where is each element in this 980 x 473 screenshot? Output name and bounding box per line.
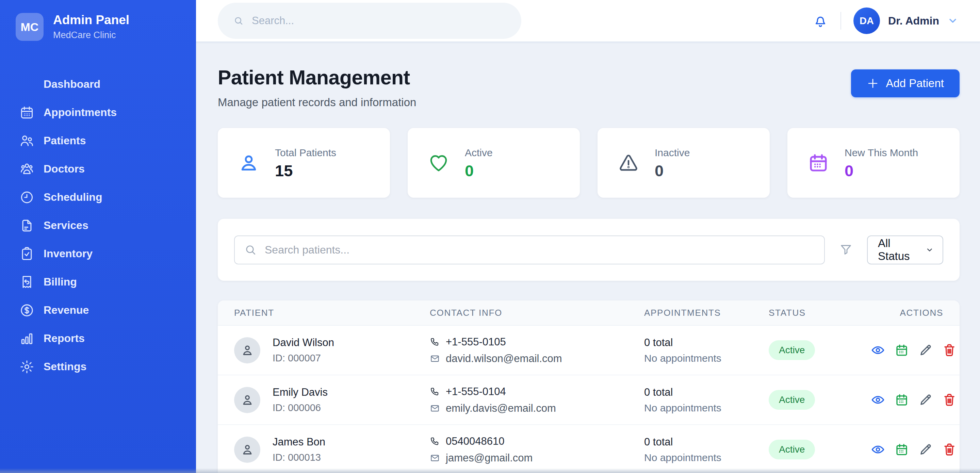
- document-icon: [19, 218, 35, 233]
- sidebar-item-label: Settings: [43, 360, 86, 373]
- sidebar-item-patients[interactable]: Patients: [0, 127, 196, 155]
- sidebar-item-label: Inventory: [43, 247, 92, 260]
- sidebar-item-doctors[interactable]: Doctors: [0, 155, 196, 183]
- heart-icon: [428, 153, 449, 174]
- patient-name: David Wilson: [272, 336, 334, 349]
- sidebar-item-label: Patients: [43, 134, 86, 147]
- calendar-icon: [894, 343, 909, 357]
- sidebar-item-scheduling[interactable]: Scheduling: [0, 183, 196, 211]
- patient-avatar-icon: [234, 387, 260, 413]
- eye-icon: [871, 393, 885, 407]
- stat-value: 0: [465, 162, 493, 178]
- patient-name: Emily Davis: [272, 386, 328, 398]
- dollar-circle-icon: [19, 303, 35, 318]
- search-icon: [234, 16, 243, 26]
- view-patient-button[interactable]: [871, 393, 885, 407]
- view-patient-button[interactable]: [871, 443, 885, 457]
- phone-number: 0540048610: [446, 435, 504, 448]
- user-menu[interactable]: DA Dr. Admin: [853, 8, 958, 34]
- sidebar-item-label: Scheduling: [43, 191, 102, 204]
- sidebar-item-label: Revenue: [43, 304, 89, 317]
- sidebar-item-label: Appointments: [43, 106, 117, 119]
- patient-avatar-icon: [234, 436, 260, 463]
- user-icon: [238, 153, 259, 174]
- sidebar-item-reports[interactable]: Reports: [0, 324, 196, 352]
- gear-icon: [19, 359, 35, 375]
- global-search-input[interactable]: [252, 14, 506, 27]
- patient-phone: +1-555-0104: [430, 385, 644, 398]
- stat-card-active: Active 0: [408, 128, 580, 198]
- status-filter-select[interactable]: All Status: [867, 236, 943, 264]
- filter-funnel-icon: [839, 243, 853, 256]
- mail-icon: [430, 453, 440, 463]
- pencil-icon: [918, 393, 933, 407]
- table-header: PATIENT CONTACT INFO APPOINTMENTS STATUS…: [218, 301, 959, 326]
- patient-phone: +1-555-0105: [430, 336, 644, 348]
- sidebar-item-appointments[interactable]: Appointments: [0, 98, 196, 127]
- stat-card-total-patients: Total Patients 15: [218, 128, 390, 198]
- sidebar-item-label: Reports: [43, 332, 85, 345]
- doctors-icon: [19, 161, 35, 177]
- sidebar-item-label: Billing: [43, 276, 77, 288]
- notifications-button[interactable]: [813, 13, 828, 29]
- sidebar-item-dashboard[interactable]: Dashboard: [0, 70, 196, 98]
- patient-avatar-icon: [234, 337, 260, 363]
- trash-icon: [942, 343, 956, 357]
- delete-patient-button[interactable]: [942, 393, 956, 407]
- stat-label: Total Patients: [275, 147, 336, 159]
- column-header-appointments: APPOINTMENTS: [644, 307, 769, 318]
- stat-card-inactive: Inactive 0: [598, 128, 770, 198]
- page-title: Patient Management: [218, 66, 416, 89]
- pencil-icon: [918, 443, 933, 457]
- sidebar-item-revenue[interactable]: Revenue: [0, 296, 196, 324]
- column-header-actions: ACTIONS: [871, 307, 943, 318]
- add-patient-label: Add Patient: [886, 77, 944, 90]
- appointments-note: No appointments: [644, 402, 769, 414]
- patient-email: david.wilson@email.com: [430, 352, 644, 365]
- sidebar-header: MC Admin Panel MedCare Clinic: [0, 13, 196, 41]
- patient-id: ID: 000013: [272, 452, 325, 463]
- delete-patient-button[interactable]: [942, 443, 956, 457]
- stat-value: 0: [655, 162, 690, 178]
- patient-search[interactable]: [234, 236, 825, 264]
- patient-search-input[interactable]: [265, 244, 815, 256]
- sidebar-item-services[interactable]: Services: [0, 211, 196, 240]
- clinic-name: MedCare Clinic: [53, 30, 129, 40]
- sidebar-item-settings[interactable]: Settings: [0, 352, 196, 381]
- receipt-icon: [19, 274, 35, 290]
- schedule-appointment-button[interactable]: [894, 393, 909, 407]
- stat-value: 15: [275, 162, 336, 178]
- schedule-appointment-button[interactable]: [894, 443, 909, 457]
- edit-patient-button[interactable]: [918, 393, 933, 407]
- clinic-logo: MC: [16, 13, 43, 41]
- empty-icon-slot: [19, 76, 35, 92]
- patient-email: emily.davis@email.com: [430, 402, 644, 414]
- appointments-note: No appointments: [644, 352, 769, 364]
- appointments-note: No appointments: [644, 452, 769, 463]
- column-header-patient: PATIENT: [234, 307, 430, 318]
- topbar-right: DA Dr. Admin: [813, 8, 958, 34]
- calendar-icon: [808, 153, 829, 174]
- sidebar-item-label: Dashboard: [43, 78, 100, 91]
- phone-icon: [430, 436, 440, 446]
- add-patient-button[interactable]: Add Patient: [851, 69, 959, 97]
- patients-table: PATIENT CONTACT INFO APPOINTMENTS STATUS…: [218, 301, 959, 473]
- status-filter-value: All Status: [878, 237, 925, 263]
- bar-chart-icon: [19, 331, 35, 346]
- sidebar-item-inventory[interactable]: Inventory: [0, 240, 196, 268]
- mail-icon: [430, 354, 440, 364]
- sidebar-item-billing[interactable]: Billing: [0, 268, 196, 296]
- search-icon: [244, 244, 256, 256]
- app-title: Admin Panel: [53, 13, 129, 27]
- edit-patient-button[interactable]: [918, 343, 933, 357]
- edit-patient-button[interactable]: [918, 443, 933, 457]
- patient-id: ID: 000006: [272, 402, 328, 414]
- view-patient-button[interactable]: [871, 343, 885, 357]
- patient-name: James Bon: [272, 436, 325, 448]
- global-search[interactable]: [218, 3, 521, 39]
- delete-patient-button[interactable]: [942, 343, 956, 357]
- clipboard-icon: [19, 246, 35, 262]
- topbar: DA Dr. Admin: [196, 0, 980, 42]
- bell-icon: [813, 13, 828, 29]
- schedule-appointment-button[interactable]: [894, 343, 909, 357]
